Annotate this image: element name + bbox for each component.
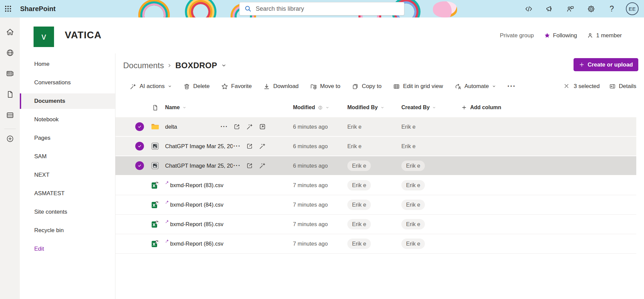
sidebar-item-pages[interactable]: Pages <box>20 130 115 146</box>
help-button[interactable]: ? <box>605 2 618 15</box>
created-by-value[interactable]: Erik e <box>401 124 415 130</box>
excel-csv-file-icon <box>150 220 160 229</box>
file-name[interactable]: bxmd-Report (86).csv <box>170 241 224 247</box>
toolbar-copy-to-button[interactable]: Copy to <box>351 82 382 91</box>
site-logo[interactable]: v <box>34 27 54 47</box>
rail-my-sites-button[interactable] <box>5 48 15 57</box>
modified-by-value[interactable]: Erik e <box>347 161 371 171</box>
sidebar-edit-link[interactable]: Edit <box>20 241 115 257</box>
ai-actions-button[interactable] <box>258 161 267 170</box>
file-name[interactable]: bxmd-Report (85).csv <box>170 221 224 227</box>
modified-value: 6 minutes ago <box>293 124 328 130</box>
sidebar-item-conversations[interactable]: Conversations <box>20 75 115 90</box>
selected-checkbox[interactable] <box>135 122 144 131</box>
modified-by-value[interactable]: Erik e <box>347 239 371 249</box>
more-actions-button[interactable]: ··· <box>233 161 241 170</box>
sidebar-item-notebook[interactable]: Notebook <box>20 112 115 127</box>
site-header: v VATICA Private group Following 1 membe… <box>20 17 644 53</box>
file-type-column-header[interactable] <box>148 104 162 111</box>
file-name[interactable]: ChatGPT Image Mar 25, 202... <box>165 163 233 169</box>
rail-home-button[interactable] <box>5 28 15 36</box>
sidebar-item-recycle-bin[interactable]: Recycle bin <box>20 223 115 238</box>
toolbar-move-to-button[interactable]: Move to <box>309 82 341 91</box>
breadcrumb-current-folder[interactable]: BOXDROP <box>175 61 217 70</box>
column-header-created-by[interactable]: Created By <box>401 104 461 111</box>
following-button[interactable]: Following <box>544 32 577 39</box>
column-header-name[interactable]: Name <box>162 104 293 111</box>
toolbar-more-button[interactable]: ··· <box>507 83 516 89</box>
ai-actions-button[interactable] <box>258 142 267 151</box>
file-name[interactable]: delta <box>165 124 177 130</box>
decorative-rainbow-art <box>193 4 208 17</box>
selected-checkbox[interactable] <box>135 142 144 151</box>
feedback-button[interactable] <box>563 2 577 15</box>
create-or-upload-label: Create or upload <box>588 61 633 68</box>
table-row[interactable]: ChatGPT Image Mar 25, 202...···6 minutes… <box>115 137 636 156</box>
new-item-spark-icon <box>165 239 170 244</box>
account-avatar[interactable]: EE <box>626 2 639 15</box>
more-actions-button[interactable]: ··· <box>220 122 229 131</box>
members-button[interactable]: 1 member <box>587 32 622 39</box>
toolbar-edit-in-grid-view-button[interactable]: Edit in grid view <box>392 82 444 91</box>
clear-selection-button[interactable] <box>563 83 570 90</box>
modified-by-value[interactable]: Erik e <box>347 180 371 190</box>
search-input[interactable] <box>256 5 399 12</box>
table-row[interactable]: bxmd-Report (86).csv7 minutes agoErik eE… <box>115 234 636 254</box>
open-in-new-button[interactable] <box>258 122 267 131</box>
column-header-modified[interactable]: Modified <box>293 104 347 111</box>
table-row[interactable]: bxmd-Report (84).csv7 minutes agoErik eE… <box>115 195 636 215</box>
toolbar-delete-button[interactable]: Delete <box>183 82 210 91</box>
modified-by-value[interactable]: Erik e <box>347 219 371 229</box>
toolbar-automate-button[interactable]: Automate <box>454 82 497 91</box>
rail-news-button[interactable] <box>5 69 15 78</box>
rail-lists-button[interactable] <box>5 111 15 120</box>
table-row[interactable]: bxmd-Report (83).csv7 minutes agoErik eE… <box>115 176 636 195</box>
modified-by-value[interactable]: Erik e <box>347 124 361 130</box>
dev-tools-button[interactable] <box>522 2 535 15</box>
sidebar-item-sam[interactable]: SAM <box>20 149 115 164</box>
announcements-button[interactable] <box>543 2 556 15</box>
toolbar-favorite-button[interactable]: Favorite <box>220 82 252 91</box>
breadcrumb-documents-link[interactable]: Documents <box>123 61 164 70</box>
sidebar-item-site-contents[interactable]: Site contents <box>20 204 115 220</box>
sidebar-item-label: SAM <box>34 153 47 160</box>
column-header-modified-by[interactable]: Modified By <box>347 104 401 111</box>
add-column-button[interactable]: Add column <box>461 104 636 111</box>
created-by-value[interactable]: Erik e <box>401 161 425 171</box>
created-by-value[interactable]: Erik e <box>401 200 425 210</box>
created-by-value[interactable]: Erik e <box>401 219 425 229</box>
share-button[interactable] <box>233 122 241 131</box>
toolbar-download-button[interactable]: Download <box>262 82 299 91</box>
modified-by-value[interactable]: Erik e <box>347 143 361 150</box>
file-name[interactable]: bxmd-Report (83).csv <box>170 182 224 188</box>
created-by-value[interactable]: Erik e <box>401 239 425 249</box>
search-box[interactable] <box>239 2 404 15</box>
more-actions-button[interactable]: ··· <box>233 142 241 151</box>
table-row[interactable]: bxmd-Report (85).csv7 minutes agoErik eE… <box>115 215 636 234</box>
app-launcher-button[interactable] <box>0 0 16 17</box>
created-by-value[interactable]: Erik e <box>401 180 425 190</box>
ai-actions-button[interactable] <box>245 122 254 131</box>
sidebar-item-next[interactable]: NEXT <box>20 167 115 183</box>
sidebar-item-asmatest[interactable]: ASMATEST <box>20 186 115 201</box>
create-or-upload-button[interactable]: Create or upload <box>574 58 638 71</box>
sidebar-item-home[interactable]: Home <box>20 56 115 72</box>
site-sidebar: HomeConversationsDocumentsNotebookPagesS… <box>20 53 115 299</box>
toolbar-ai-actions-button[interactable]: AI actions <box>129 82 172 91</box>
created-by-value[interactable]: Erik e <box>401 143 415 150</box>
rail-create-button[interactable] <box>5 134 15 143</box>
details-button[interactable]: Details <box>609 83 636 90</box>
selected-checkbox[interactable] <box>135 161 144 170</box>
share-button[interactable] <box>245 161 254 170</box>
share-button[interactable] <box>245 142 254 151</box>
file-name[interactable]: ChatGPT Image Mar 25, 202... <box>165 143 233 150</box>
rail-files-button[interactable] <box>5 90 15 99</box>
person-feedback-icon <box>566 5 575 13</box>
table-row[interactable]: delta···6 minutes agoErik eErik e <box>115 117 636 137</box>
settings-button[interactable] <box>584 2 598 15</box>
sidebar-item-documents[interactable]: Documents <box>20 93 115 109</box>
modified-by-value[interactable]: Erik e <box>347 200 371 210</box>
table-row[interactable]: ChatGPT Image Mar 25, 202...···6 minutes… <box>115 156 636 176</box>
chevron-down-icon[interactable] <box>221 63 227 68</box>
file-name[interactable]: bxmd-Report (84).csv <box>170 202 224 208</box>
